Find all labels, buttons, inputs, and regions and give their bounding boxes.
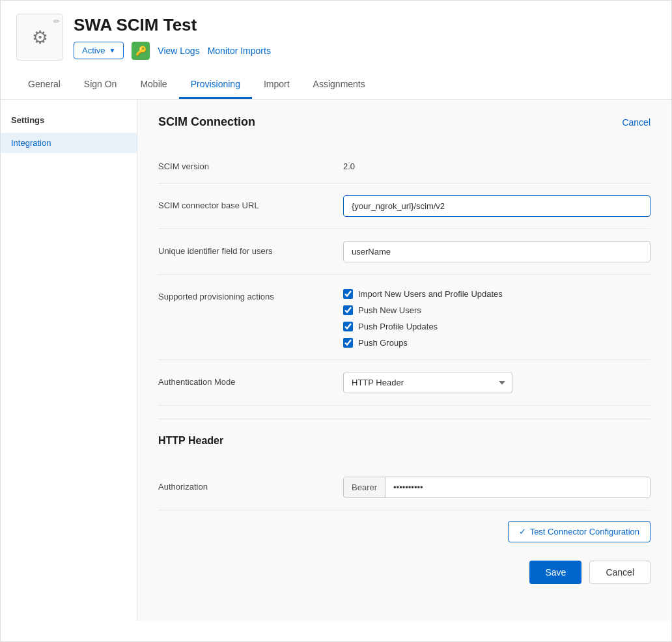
- checkbox-import-new-users[interactable]: Import New Users and Profile Updates: [343, 289, 503, 299]
- checkbox-push-groups-label: Push Groups: [358, 338, 408, 348]
- checkbox-push-profile-updates[interactable]: Push Profile Updates: [343, 322, 503, 331]
- auth-mode-select[interactable]: HTTP Header Basic Auth OAuth2: [343, 372, 512, 393]
- sidebar-heading: Settings: [1, 110, 137, 133]
- section-cancel-link[interactable]: Cancel: [622, 117, 651, 128]
- view-logs-link[interactable]: View Logs: [158, 46, 199, 56]
- auth-mode-group: Authentication Mode HTTP Header Basic Au…: [158, 360, 651, 406]
- scim-connection-title: SCIM Connection: [158, 115, 255, 129]
- tab-assignments[interactable]: Assignments: [301, 71, 377, 99]
- unique-id-input[interactable]: [343, 241, 651, 262]
- test-connector-button[interactable]: ✓ Test Connector Configuration: [508, 521, 651, 542]
- checkbox-push-profile-label: Push Profile Updates: [358, 322, 438, 331]
- checkbox-import-label: Import New Users and Profile Updates: [358, 289, 503, 299]
- tab-provisioning[interactable]: Provisioning: [179, 71, 252, 99]
- cancel-button[interactable]: Cancel: [589, 561, 651, 584]
- status-icon: 🔑: [132, 42, 150, 60]
- monitor-imports-link[interactable]: Monitor Imports: [208, 46, 271, 56]
- provisioning-actions-label: Supported provisioning actions: [158, 286, 328, 301]
- base-url-input[interactable]: [343, 195, 651, 217]
- test-btn-label: Test Connector Configuration: [530, 527, 639, 537]
- app-title: SWA SCIM Test: [74, 15, 271, 35]
- checkbox-push-groups[interactable]: Push Groups: [343, 338, 503, 348]
- authorization-group: Authorization Bearer: [158, 465, 651, 510]
- checkbox-import-input[interactable]: [343, 289, 353, 299]
- tab-general[interactable]: General: [16, 71, 72, 99]
- scim-connection-section: SCIM Connection Cancel SCIM version 2.0 …: [158, 115, 651, 589]
- active-status-button[interactable]: Active ▼: [74, 42, 124, 59]
- check-icon: ✓: [519, 527, 526, 537]
- footer-actions: Save Cancel: [158, 548, 651, 589]
- app-icon: ✏ ⚙: [16, 14, 63, 61]
- checkbox-push-new-label: Push New Users: [358, 305, 421, 315]
- test-btn-area: ✓ Test Connector Configuration: [158, 510, 651, 548]
- scim-version-value: 2.0: [343, 156, 651, 171]
- provisioning-checkboxes: Import New Users and Profile Updates Pus…: [343, 286, 503, 348]
- edit-icon-button[interactable]: ✏: [53, 17, 60, 26]
- dropdown-arrow-icon: ▼: [109, 47, 115, 54]
- checkbox-push-profile-input[interactable]: [343, 322, 353, 331]
- provisioning-actions-group: Supported provisioning actions Import Ne…: [158, 275, 651, 360]
- checkbox-push-groups-input[interactable]: [343, 338, 353, 348]
- content-area: SCIM Connection Cancel SCIM version 2.0 …: [137, 100, 671, 621]
- scim-version-group: SCIM version 2.0: [158, 145, 651, 184]
- base-url-group: SCIM connector base URL: [158, 184, 651, 229]
- tab-mobile[interactable]: Mobile: [128, 71, 178, 99]
- tab-bar: General Sign On Mobile Provisioning Impo…: [16, 71, 656, 99]
- auth-mode-label: Authentication Mode: [158, 372, 328, 387]
- checkbox-push-new-input[interactable]: [343, 305, 353, 315]
- sidebar-item-integration[interactable]: Integration: [1, 133, 137, 153]
- base-url-label: SCIM connector base URL: [158, 195, 328, 210]
- auth-field: Bearer: [343, 477, 651, 498]
- checkbox-push-new-users[interactable]: Push New Users: [343, 305, 503, 315]
- auth-label: Authorization: [158, 477, 328, 492]
- unique-id-group: Unique identifier field for users: [158, 229, 651, 275]
- auth-token-input[interactable]: [385, 477, 650, 497]
- http-header-title: HTTP Header: [158, 435, 651, 452]
- sidebar: Settings Integration: [1, 100, 137, 621]
- tab-import[interactable]: Import: [252, 71, 301, 99]
- unique-id-label: Unique identifier field for users: [158, 241, 328, 256]
- scim-version-label: SCIM version: [158, 156, 328, 171]
- tab-sign-on[interactable]: Sign On: [72, 71, 129, 99]
- bearer-prefix: Bearer: [344, 477, 385, 497]
- section-divider: [158, 419, 651, 419]
- save-button[interactable]: Save: [529, 561, 581, 584]
- gear-icon: ⚙: [32, 27, 48, 48]
- http-header-section: HTTP Header Authorization Bearer: [158, 435, 651, 548]
- active-label: Active: [82, 46, 105, 55]
